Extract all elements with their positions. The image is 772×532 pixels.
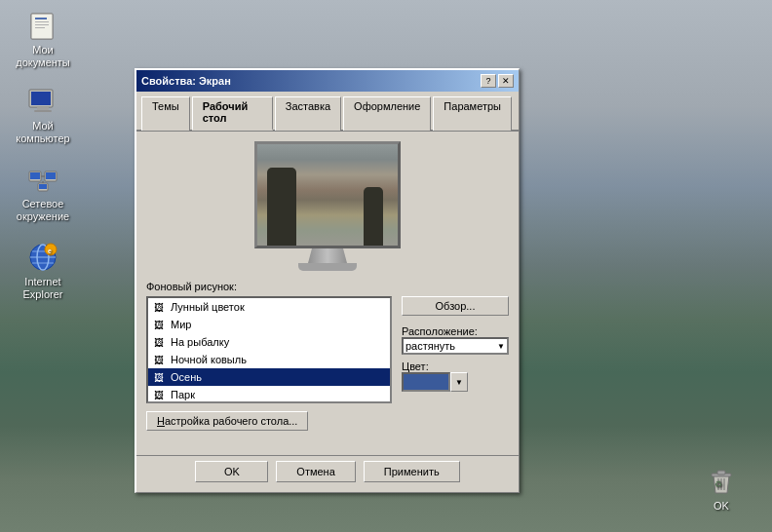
network-label: Сетевоеокружение [17,198,69,223]
color-label: Цвет: [402,361,509,372]
monitor [250,141,405,271]
svg-rect-11 [31,92,51,105]
item-icon: 🖼 [151,369,167,385]
tab-screensaver[interactable]: Заставка [275,96,341,131]
monitor-preview [146,141,509,271]
monitor-screen [254,141,401,248]
cancel-button[interactable]: Отмена [276,461,355,482]
tab-desktop[interactable]: Рабочий стол [192,96,273,131]
svg-rect-17 [46,172,56,179]
svg-rect-30 [717,471,725,475]
dialog-buttons: OK Отмена Применить [136,455,519,492]
list-item[interactable]: 🖼 Парк [148,386,390,403]
customize-label: Настройка рабочего стола... [157,415,297,427]
close-button[interactable]: ✕ [498,74,514,88]
apply-button[interactable]: Применить [364,461,460,482]
position-label: Расположение: [402,325,509,337]
item-icon: 🖼 [151,334,167,350]
ie-icon[interactable]: e InternetExplorer [12,242,74,301]
ie-label: InternetExplorer [23,276,63,301]
help-button[interactable]: ? [481,74,496,88]
position-dropdown[interactable]: растянуть ▼ [402,337,509,355]
svg-rect-6 [35,18,47,19]
svg-rect-9 [35,27,45,28]
dropdown-arrow-icon: ▼ [497,342,505,351]
list-item[interactable]: 🖼 Лунный цветок [148,298,390,316]
listbox-container: 🖼 Лунный цветок 🖼 Мир 🖼 На рыбалку [146,296,392,403]
color-section: Цвет: ▼ [402,361,509,392]
background-label: Фоновый рисунок: [146,281,509,292]
screen-content [257,144,398,246]
desktop: Моидокументы Мойкомпьютер [0,0,772,532]
svg-rect-20 [39,184,47,189]
svg-rect-15 [30,172,40,179]
my-computer-label: Мойкомпьютер [16,120,69,145]
item-icon: 🖼 [151,317,167,332]
browse-button[interactable]: Обзор... [402,296,509,316]
dialog-title: Свойства: Экран [141,75,231,87]
dialog-titlebar: Свойства: Экран ? ✕ [136,70,519,92]
recycle-bin-icon[interactable]: ♻ OK [690,466,753,513]
position-section: Расположение: растянуть ▼ [402,325,509,355]
customize-button[interactable]: Настройка рабочего стола... [146,411,308,431]
svg-rect-7 [35,21,49,22]
svg-rect-12 [37,107,49,110]
list-item[interactable]: 🖼 Ночной ковыль [148,351,390,368]
recycle-bin-label: OK [714,500,729,513]
customize-btn-row: Настройка рабочего стола... [146,411,509,431]
svg-rect-8 [35,24,49,25]
tab-parameters[interactable]: Параметры [433,96,512,131]
network-icon[interactable]: Сетевоеокружение [12,164,74,223]
monitor-foot [298,263,357,271]
position-value: растянуть [405,340,455,352]
list-item[interactable]: 🖼 На рыбалку [148,333,390,351]
list-item[interactable]: 🖼 Мир [148,316,390,333]
my-documents-label: Моидокументы [16,44,70,69]
my-computer-icon[interactable]: Мойкомпьютер [12,86,74,145]
color-picker[interactable] [402,372,450,392]
titlebar-buttons: ? ✕ [481,74,514,88]
item-icon: 🖼 [151,387,167,402]
svg-rect-13 [34,110,52,112]
svg-text:♻: ♻ [714,479,722,489]
color-picker-row: ▼ [402,372,509,392]
background-listbox[interactable]: 🖼 Лунный цветок 🖼 Мир 🖼 На рыбалку [146,296,392,403]
my-documents-icon[interactable]: Моидокументы [12,10,74,69]
tab-themes[interactable]: Темы [141,96,190,131]
monitor-base [308,248,347,263]
controls-row: 🖼 Лунный цветок 🖼 Мир 🖼 На рыбалку [146,296,509,403]
item-icon: 🖼 [151,352,167,367]
svg-rect-5 [31,14,53,39]
svg-text:e: e [48,247,52,254]
properties-dialog: Свойства: Экран ? ✕ Темы Рабочий стол За… [135,68,520,493]
ok-button[interactable]: OK [195,461,268,482]
item-icon: 🖼 [151,299,167,315]
color-picker-dropdown-button[interactable]: ▼ [450,372,468,392]
list-item-selected[interactable]: 🖼 Осень [148,368,390,386]
right-controls: Обзор... Расположение: растянуть ▼ Цвет:… [402,296,509,403]
dialog-content: Фоновый рисунок: 🖼 Лунный цветок 🖼 Мир [136,132,519,450]
tab-appearance[interactable]: Оформление [343,96,431,131]
tabs-bar: Темы Рабочий стол Заставка Оформление Па… [136,92,519,132]
